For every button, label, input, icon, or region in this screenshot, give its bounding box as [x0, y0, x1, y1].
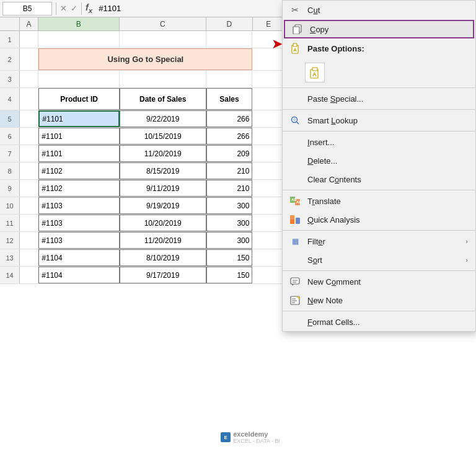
cell-a9[interactable] [20, 180, 38, 197]
confirm-icon[interactable]: ✓ [71, 4, 77, 13]
cell-d13[interactable]: 150 [206, 249, 253, 266]
cell-d3[interactable] [206, 71, 253, 87]
menu-item-new-note[interactable]: New Note [283, 291, 475, 309]
col-header-b[interactable]: B [38, 17, 120, 30]
cell-e3[interactable] [252, 71, 285, 87]
col-header-c[interactable]: C [120, 17, 206, 30]
menu-item-delete[interactable]: Delete... [283, 151, 475, 170]
cell-a8[interactable] [20, 162, 38, 179]
cell-a5[interactable] [20, 110, 38, 127]
cell-a14[interactable] [20, 267, 38, 283]
copy-icon [291, 24, 304, 34]
cell-d7[interactable]: 209 [206, 145, 253, 162]
cell-a1[interactable] [20, 31, 38, 48]
menu-item-new-comment[interactable]: New Comment [283, 272, 475, 291]
cell-c5[interactable]: 9/22/2019 [120, 110, 206, 127]
cell-a2[interactable] [20, 48, 38, 70]
cell-c14[interactable]: 9/17/2019 [120, 267, 206, 283]
menu-item-format-cells[interactable]: Format Cells... [283, 313, 475, 331]
svg-rect-18 [291, 278, 299, 284]
cell-d8[interactable]: 210 [206, 162, 253, 179]
cell-b6[interactable]: #1101 [38, 128, 119, 144]
cell-b1[interactable] [38, 31, 119, 48]
col-header-e[interactable]: E [253, 17, 285, 30]
cell-c11[interactable]: 10/20/2019 [120, 215, 206, 231]
menu-item-smart-lookup[interactable]: Smart Lookup [283, 111, 475, 130]
cell-d4-header[interactable]: Sales [206, 88, 253, 110]
cell-e8[interactable] [252, 162, 285, 179]
cell-b10[interactable]: #1103 [38, 197, 119, 214]
cell-a12[interactable] [20, 232, 38, 249]
cell-b11[interactable]: #1103 [38, 215, 119, 231]
row-num-11: 11 [0, 215, 20, 231]
menu-new-comment-label: New Comment [307, 277, 468, 287]
cell-a4[interactable] [20, 88, 38, 110]
cell-b7[interactable]: #1101 [38, 145, 119, 162]
cell-c6[interactable]: 10/15/2019 [120, 128, 206, 144]
cell-d10[interactable]: 300 [206, 197, 253, 214]
menu-item-paste-options: A Paste Options: A [283, 39, 475, 86]
cell-e11[interactable] [252, 215, 285, 231]
cell-b3[interactable] [38, 71, 119, 87]
cell-e9[interactable] [252, 180, 285, 197]
cell-c10[interactable]: 9/19/2019 [120, 197, 206, 214]
cell-a13[interactable] [20, 249, 38, 266]
cell-b9[interactable]: #1102 [38, 180, 119, 197]
cell-e12[interactable] [252, 232, 285, 249]
cell-b8[interactable]: #1102 [38, 162, 119, 179]
cell-c3[interactable] [120, 71, 206, 87]
menu-copy-label: Copy [310, 25, 465, 34]
cell-a3[interactable] [20, 71, 38, 87]
cell-c4-header[interactable]: Date of Sales [120, 88, 206, 110]
cell-b4-header[interactable]: Product ID [38, 88, 119, 110]
cell-e7[interactable] [252, 145, 285, 162]
cell-b12[interactable]: #1103 [38, 232, 119, 249]
cell-e5[interactable] [252, 110, 285, 127]
cell-d6[interactable]: 266 [206, 128, 253, 144]
menu-item-paste-special[interactable]: Paste Special... [283, 89, 475, 108]
cell-b14[interactable]: #1104 [38, 267, 119, 283]
paste-btn-default[interactable]: A [305, 63, 325, 82]
cell-e6[interactable] [252, 128, 285, 144]
cell-b2-title[interactable]: Using Go to Special [38, 48, 252, 70]
cell-c8[interactable]: 8/15/2019 [120, 162, 206, 179]
menu-item-quick-analysis[interactable]: Quick Analysis [283, 210, 475, 229]
cell-c13[interactable]: 8/10/2019 [120, 249, 206, 266]
cell-d11[interactable]: 300 [206, 215, 253, 231]
menu-item-translate[interactable]: AB AB Translate [283, 192, 475, 210]
menu-item-insert[interactable]: Insert... [283, 133, 475, 151]
menu-separator-1 [283, 87, 475, 88]
cell-d1[interactable] [206, 31, 253, 48]
cell-d14[interactable]: 150 [206, 267, 253, 283]
cell-d5[interactable]: 266 [206, 110, 253, 127]
menu-item-cut[interactable]: ✂ Cut [283, 1, 475, 19]
cancel-icon[interactable]: ✕ [60, 4, 67, 13]
cell-a7[interactable] [20, 145, 38, 162]
table-row: 9 #1102 9/11/2019 210 [0, 180, 285, 197]
cell-e14[interactable] [252, 267, 285, 283]
cell-d12[interactable]: 300 [206, 232, 253, 249]
cell-e13[interactable] [252, 249, 285, 266]
cell-c7[interactable]: 11/20/2019 [120, 145, 206, 162]
cell-c9[interactable]: 9/11/2019 [120, 180, 206, 197]
cell-e10[interactable] [252, 197, 285, 214]
note-icon [289, 296, 301, 305]
cell-c12[interactable]: 11/20/2019 [120, 232, 206, 249]
col-header-a[interactable]: A [20, 17, 38, 30]
menu-item-clear-contents[interactable]: Clear Contents [283, 170, 475, 189]
cell-e4[interactable] [252, 88, 285, 110]
cell-b13[interactable]: #1104 [38, 249, 119, 266]
menu-item-sort[interactable]: Sort › [283, 251, 475, 269]
menu-item-copy[interactable]: Copy [284, 20, 474, 38]
cell-b5[interactable]: #1101 [38, 110, 120, 127]
col-header-d[interactable]: D [206, 17, 253, 30]
cell-a11[interactable] [20, 215, 38, 231]
menu-item-filter[interactable]: ▦ Filter › [283, 232, 475, 251]
cell-reference-box[interactable]: B5 [2, 2, 52, 16]
cell-c1[interactable] [120, 31, 206, 48]
cell-d9[interactable]: 210 [206, 180, 253, 197]
formula-value[interactable]: #1101 [95, 4, 283, 13]
cell-a6[interactable] [20, 128, 38, 144]
table-row: 13 #1104 8/10/2019 150 [0, 249, 285, 267]
cell-a10[interactable] [20, 197, 38, 214]
